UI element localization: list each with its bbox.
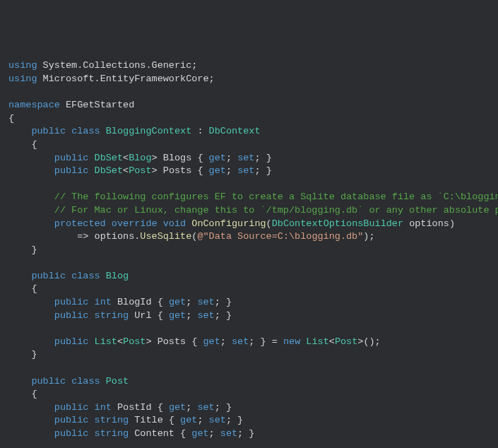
keyword-using: using (8, 73, 37, 84)
code-line: public string Title { get; set; } (8, 415, 243, 425)
type-dbcontext: DbContext (209, 126, 261, 136)
comment-line: // For Mac or Linux, change this to `/tm… (8, 205, 498, 216)
code-editor: using System.Collections.Generic; using … (8, 59, 490, 448)
code-line: public int BlogId { get; set; } (8, 297, 232, 307)
code-line: public string Url { get; set; } (8, 310, 232, 321)
code-line: public DbSet<Blog> Blogs { get; set; } (8, 153, 272, 163)
code-line: protected override void OnConfiguring(Db… (8, 218, 455, 229)
type-blog: Blog (106, 271, 129, 281)
code-line: { (8, 139, 37, 150)
keyword-namespace: namespace (8, 100, 60, 110)
code-line: public class Post (8, 376, 129, 387)
code-line: public List<Post> Posts { get; set; } = … (8, 336, 381, 347)
code-line: public class BloggingContext : DbContext (8, 126, 261, 136)
code-line: public DbSet<Post> Posts { get; set; } (8, 165, 272, 176)
code-line: { (8, 113, 14, 124)
code-line: using System.Collections.Generic; (8, 60, 197, 71)
code-line: { (8, 389, 37, 399)
keyword-using: using (8, 60, 37, 71)
code-line: public string Content { get; set; } (8, 428, 254, 439)
keyword-class: class (71, 126, 100, 136)
keyword-public: public (31, 126, 66, 136)
code-line: namespace EFGetStarted (8, 100, 134, 110)
code-line: public int PostId { get; set; } (8, 402, 232, 413)
code-line: { (8, 283, 37, 294)
code-line: => options.UseSqlite(@"Data Source=C:\bl… (8, 231, 375, 242)
comment-line: // The following configures EF to create… (8, 191, 498, 202)
code-line: } (8, 349, 37, 360)
type-post: Post (106, 376, 129, 387)
code-line: public class Blog (8, 271, 129, 281)
type-bloggingcontext: BloggingContext (106, 126, 192, 136)
method-onconfiguring: OnConfiguring (191, 218, 266, 229)
code-line: using Microsoft.EntityFrameworkCore; (8, 73, 215, 84)
code-line: } (8, 244, 37, 255)
